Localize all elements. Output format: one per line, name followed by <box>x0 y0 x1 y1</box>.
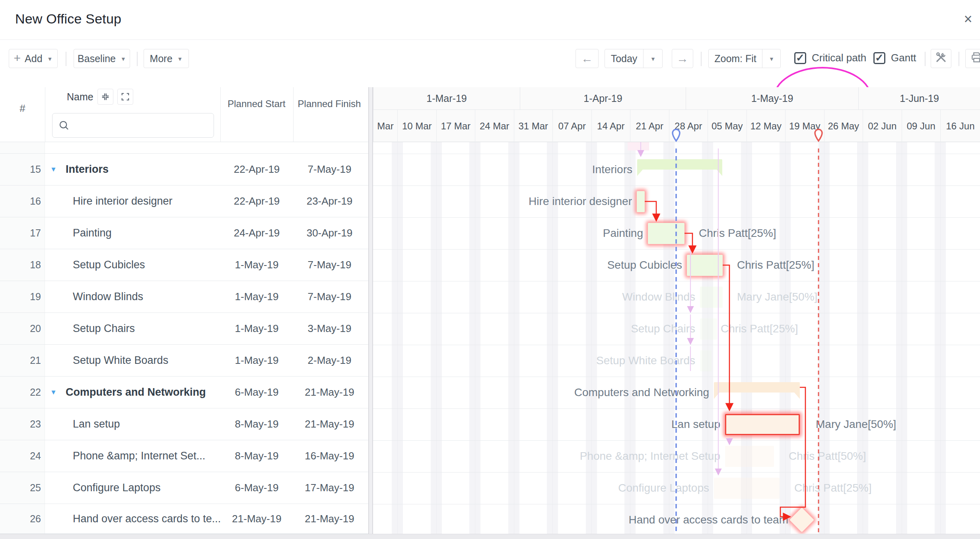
task-search-box[interactable] <box>52 113 214 138</box>
gantt-row-border <box>373 281 980 281</box>
more-button[interactable]: More ▼ <box>144 49 189 68</box>
table-row[interactable]: 17Painting24-Apr-1930-Apr-19 <box>0 217 368 249</box>
zoom-dropdown-caret[interactable]: ▼ <box>762 50 781 68</box>
timeline-forward-button[interactable]: → <box>672 49 693 68</box>
horizontal-scrollbar[interactable] <box>0 534 980 539</box>
row-number: 16 <box>0 186 41 217</box>
gantt-row-border <box>373 472 980 473</box>
collapse-triangle-icon[interactable]: ▼ <box>50 377 57 408</box>
assignee-label: Mary Jane[50%] <box>737 291 817 303</box>
gantt-task-label: Lan setup <box>671 418 720 431</box>
table-row[interactable]: 21Setup White Boards1-May-192-May-19 <box>0 345 368 377</box>
gantt-row-border <box>373 408 980 409</box>
gantt-row-border <box>373 504 980 504</box>
expand-all-icon[interactable] <box>117 89 133 105</box>
task-name: Hire interior designer <box>73 186 173 217</box>
gantt-toggle[interactable]: ✓ Gantt <box>873 52 916 64</box>
gantt-task-label: Computers and Networking <box>574 386 709 399</box>
collapse-triangle-icon[interactable]: ▼ <box>50 154 57 185</box>
task-name: Setup White Boards <box>73 345 168 376</box>
printer-icon <box>970 51 980 66</box>
toolbar-separator <box>925 52 926 66</box>
planned-start-date: 24-Apr-19 <box>220 217 293 249</box>
toolbar-separator <box>959 52 959 66</box>
gantt-chart-body[interactable]: InteriorsHire interior designerPaintingC… <box>373 142 980 539</box>
gantt-row-border <box>373 154 980 154</box>
gantt-task-bar[interactable] <box>700 318 717 340</box>
close-icon[interactable]: × <box>959 10 977 28</box>
gantt-task-bar[interactable] <box>725 414 800 435</box>
task-table-panel: # Name Planned Start Planned F <box>0 87 368 539</box>
add-button[interactable]: + Add ▼ <box>9 49 58 68</box>
planned-finish-date: 17-May-19 <box>293 472 366 504</box>
timeline-back-button[interactable]: ← <box>576 49 599 68</box>
panel-resize-handle[interactable] <box>368 87 373 534</box>
gantt-task-bar[interactable] <box>700 350 712 371</box>
assignee-label: Chris Patt[25%] <box>699 227 776 240</box>
task-name: Setup Chairs <box>73 313 135 344</box>
gantt-row-border <box>373 186 980 186</box>
gantt-task-bar[interactable] <box>714 478 780 499</box>
row-number: 18 <box>0 249 41 281</box>
planned-start-date: 1-May-19 <box>220 281 293 312</box>
table-row[interactable]: 15▼Interiors22-Apr-197-May-19 <box>0 154 368 186</box>
chevron-down-icon: ▼ <box>177 56 183 62</box>
table-row[interactable]: 20Setup Chairs1-May-193-May-19 <box>0 313 368 345</box>
table-row[interactable]: 16Hire interior designer22-Apr-1923-Apr-… <box>0 186 368 217</box>
print-button[interactable] <box>965 49 980 68</box>
task-name: Setup Cubicles <box>73 249 145 281</box>
milestone-diamond[interactable] <box>789 508 814 532</box>
gantt-task-bar[interactable] <box>648 223 684 244</box>
planned-start-date: 1-May-19 <box>220 313 293 344</box>
gantt-overlay <box>373 142 980 539</box>
gantt-task-label: Hire interior designer <box>529 195 632 208</box>
table-row-partial[interactable] <box>0 142 368 154</box>
task-name: Configure Laptops <box>73 472 161 504</box>
settings-button[interactable] <box>931 49 951 68</box>
baseline-button[interactable]: Baseline ▼ <box>74 49 130 68</box>
gantt-task-bar[interactable] <box>687 255 723 276</box>
table-row[interactable]: 26Hand over access cards to te...21-May-… <box>0 504 368 534</box>
gantt-task-label: Hand over access cards to team <box>628 514 788 526</box>
today-dropdown-caret[interactable]: ▼ <box>644 50 663 68</box>
table-row[interactable]: 22▼Computers and Networking6-May-1921-Ma… <box>0 377 368 408</box>
gantt-row-border <box>373 345 980 345</box>
tools-icon <box>935 51 947 66</box>
column-header-planned-start: Planned Start <box>225 98 288 110</box>
today-button[interactable]: Today <box>605 49 643 68</box>
task-name: Phone &amp; Internet Set... <box>73 440 205 472</box>
table-row[interactable]: 19Window Blinds1-May-197-May-19 <box>0 281 368 313</box>
gantt-row-border <box>373 249 980 250</box>
planned-finish-date: 3-May-19 <box>293 313 366 344</box>
planned-finish-date: 30-Apr-19 <box>293 217 366 249</box>
gantt-summary-bar[interactable] <box>714 382 800 393</box>
summary-bar-end <box>717 170 722 176</box>
gantt-task-bar[interactable] <box>725 446 774 467</box>
zoom-button-group[interactable]: Zoom: Fit ▼ <box>708 49 781 68</box>
task-name: Computers and Networking <box>66 377 206 408</box>
checkbox-checked-icon[interactable]: ✓ <box>873 52 885 64</box>
table-row[interactable]: 24Phone &amp; Internet Set...8-May-1916-… <box>0 440 368 472</box>
summary-bar-end <box>637 170 643 176</box>
zoom-level-button[interactable]: Zoom: Fit <box>709 49 762 68</box>
today-pin-icon[interactable] <box>673 129 680 141</box>
collapse-all-icon[interactable] <box>97 89 113 105</box>
gantt-summary-bar[interactable] <box>637 159 722 170</box>
gantt-task-bar[interactable] <box>637 191 645 212</box>
today-button-group[interactable]: Today ▼ <box>605 49 663 68</box>
gantt-toggle-label: Gantt <box>891 52 916 64</box>
assignee-label: Chris Patt[25%] <box>794 482 872 494</box>
table-row[interactable]: 18Setup Cubicles1-May-197-May-19 <box>0 249 368 281</box>
week-gridline <box>708 142 708 539</box>
planned-finish-date: 21-May-19 <box>293 504 366 533</box>
table-row[interactable]: 25Configure Laptops6-May-1917-May-19 <box>0 472 368 504</box>
deadline-pin-icon[interactable] <box>815 129 822 141</box>
search-icon <box>58 119 70 131</box>
table-row[interactable]: 23Lan setup8-May-1921-May-19 <box>0 408 368 440</box>
critical-path-toggle[interactable]: ✓ Critical path <box>794 52 866 64</box>
search-input[interactable] <box>73 119 214 131</box>
planned-start-date: 6-May-19 <box>220 377 293 408</box>
gantt-task-label: Setup Cubicles <box>607 259 682 271</box>
checkbox-checked-icon[interactable]: ✓ <box>794 52 806 64</box>
gantt-task-bar[interactable] <box>700 287 723 308</box>
